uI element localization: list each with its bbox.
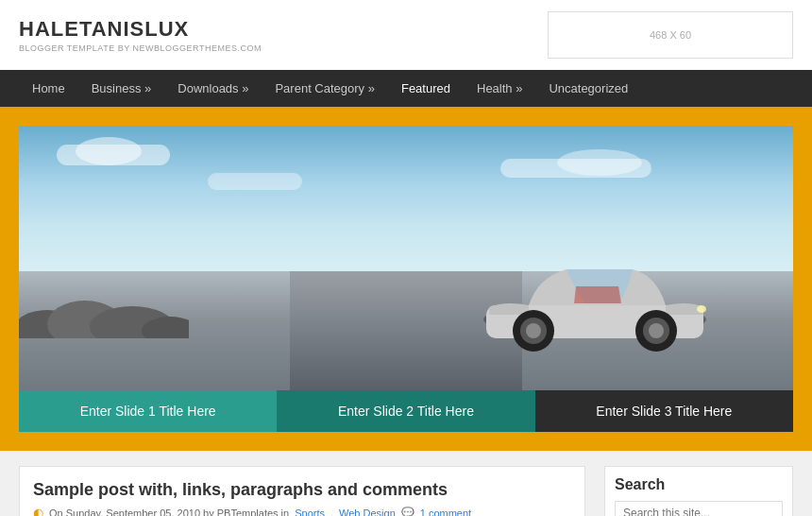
post-comments[interactable]: 1 comment [420,507,471,517]
cloud-1b [76,137,142,165]
slide-title-2[interactable]: Enter Slide 2 Title Here [277,390,534,432]
slider-image [19,126,793,390]
cloud-2b [557,149,642,176]
nav-item-business[interactable]: Business » [78,70,165,107]
post-date: On Sunday, September 05, 2010 by PBTempl… [49,507,289,517]
nav-link-health[interactable]: Health » [464,70,535,107]
post-tag-sports[interactable]: Sports [295,507,325,517]
cloud-3 [208,173,302,190]
slider-container: Enter Slide 1 Title Here Enter Slide 2 T… [19,126,793,432]
slide-titles: Enter Slide 1 Title Here Enter Slide 2 T… [19,390,793,432]
navbar: Home Business » Downloads » Parent Categ… [0,70,812,107]
slide-title-1[interactable]: Enter Slide 1 Title Here [19,390,277,432]
main-wrapper: Enter Slide 1 Title Here Enter Slide 2 T… [0,107,812,451]
post-tag-webdesign[interactable]: Web Design [339,507,396,517]
ad-banner: 468 X 60 [548,11,793,59]
nav-link-featured[interactable]: Featured [388,70,464,107]
nav-link-home[interactable]: Home [19,70,78,107]
nav-item-uncategorized[interactable]: Uncategorized [535,70,641,107]
comment-icon: 💬 [401,507,414,516]
sidebar: Search [604,466,793,516]
slide-title-3[interactable]: Enter Slide 3 Title Here [535,390,793,432]
content-area: Sample post with, links, paragraphs and … [0,451,812,516]
search-input[interactable] [615,501,783,516]
header: HALETANISLUX BLOGGER TEMPLATE BY NEWBLOG… [0,0,812,70]
nav-item-featured[interactable]: Featured [388,70,464,107]
svg-point-11 [649,323,664,338]
main-post: Sample post with, links, paragraphs and … [19,466,585,516]
site-subtitle: BLOGGER TEMPLATE BY NEWBLOGGERTHEMES.COM [19,43,262,53]
nav-link-downloads[interactable]: Downloads » [164,70,262,107]
nav-link-business[interactable]: Business » [78,70,165,107]
site-title-area: HALETANISLUX BLOGGER TEMPLATE BY NEWBLOG… [19,17,262,53]
svg-point-12 [697,305,706,313]
search-title: Search [615,476,783,493]
car-image [472,239,718,353]
nav-item-home[interactable]: Home [19,70,78,107]
search-widget: Search [604,466,793,516]
clock-icon: ◐ [33,506,43,516]
nav-link-parent-category[interactable]: Parent Category » [262,70,388,107]
post-title: Sample post with, links, paragraphs and … [33,480,571,500]
nav-item-health[interactable]: Health » [464,70,535,107]
nav-item-parent-category[interactable]: Parent Category » [262,70,388,107]
svg-point-8 [526,323,541,338]
nav-link-uncategorized[interactable]: Uncategorized [535,70,641,107]
nav-item-downloads[interactable]: Downloads » [164,70,262,107]
post-meta: ◐ On Sunday, September 05, 2010 by PBTem… [33,506,571,516]
rocks-left [19,263,189,338]
site-title: HALETANISLUX [19,17,262,42]
